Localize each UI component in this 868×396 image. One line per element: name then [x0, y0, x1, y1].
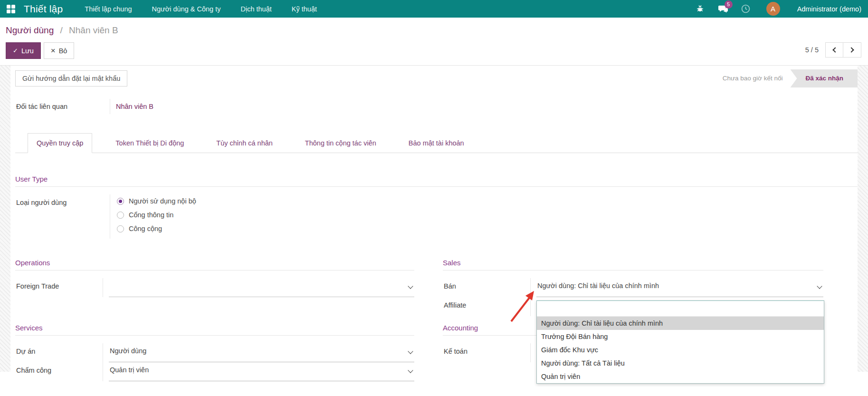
foreign-trade-row: Foreign Trade — [15, 278, 414, 297]
tab-preferences[interactable]: Tùy chỉnh cá nhân — [207, 133, 282, 153]
affiliate-label: Affiliate — [443, 297, 531, 316]
right-column: Sales Bán Người dùng: Chỉ tài liệu của c… — [443, 259, 823, 381]
sales-select-dropdown: Người dùng: Chỉ tài liệu của chính mình … — [536, 300, 824, 384]
tab-access-rights[interactable]: Quyền truy cập — [28, 133, 92, 153]
related-partner-label: Đối tác liên quan — [15, 99, 110, 114]
radio-portal[interactable]: Cổng thông tin — [117, 211, 196, 219]
send-password-reset-button[interactable]: Gửi hướng dẫn đặt lại mật khẩu — [15, 70, 127, 87]
foreign-trade-label: Foreign Trade — [15, 278, 103, 297]
debug-bug-icon[interactable] — [695, 4, 706, 14]
user-type-label: Loại người dùng — [15, 194, 110, 239]
chevron-down-icon — [408, 367, 413, 373]
foreign-trade-select[interactable] — [109, 278, 414, 297]
form-sheet: Gửi hướng dẫn đặt lại mật khẩu Chưa bao … — [10, 66, 858, 372]
user-type-field-row: Loại người dùng Người sử dụng nội bộ Cổn… — [15, 194, 858, 239]
messages-icon[interactable]: 5 — [718, 4, 728, 14]
user-avatar[interactable]: A — [766, 2, 780, 16]
notebook-tabs: Quyền truy cập Token Thiết bị Di động Tù… — [15, 133, 858, 153]
radio-public[interactable]: Công cộng — [117, 225, 196, 232]
dropdown-option-all-documents[interactable]: Người dùng: Tất cả Tài liệu — [537, 357, 824, 370]
menu-users-companies[interactable]: Người dùng & Công ty — [151, 1, 222, 17]
section-operations: Operations — [15, 259, 414, 267]
dropdown-option-regional-manager[interactable]: Giám đốc Khu vực — [537, 343, 824, 357]
app-title[interactable]: Thiết lập — [24, 3, 63, 15]
dropdown-option-team-leader[interactable]: Trưởng Đội Bán hàng — [537, 330, 824, 343]
top-navbar: Thiết lập Thiết lập chung Người dùng & C… — [0, 0, 868, 18]
chevron-down-icon — [408, 348, 413, 354]
tab-mobile-token[interactable]: Token Thiết bị Di động — [106, 133, 193, 153]
status-step-never-connected[interactable]: Chưa bao giờ kết nối — [715, 69, 791, 87]
section-sales: Sales — [443, 259, 823, 267]
pager-previous-button[interactable] — [825, 42, 843, 58]
check-icon: ✓ — [13, 47, 18, 54]
dropdown-option-own-documents[interactable]: Người dùng: Chỉ tài liệu của chính mình — [537, 317, 824, 330]
section-user-type: User Type — [15, 175, 858, 183]
radio-selected-icon — [117, 198, 124, 205]
timesheet-label: Chấm công — [15, 362, 103, 381]
save-button[interactable]: ✓ Lưu — [6, 42, 41, 59]
sales-select[interactable]: Người dùng: Chỉ tài liệu của chính mình — [536, 278, 823, 297]
status-step-confirmed[interactable]: Đã xác nhận — [790, 69, 858, 87]
menu-general-settings[interactable]: Thiết lập chung — [84, 1, 133, 17]
section-divider — [15, 335, 414, 336]
project-label: Dự án — [15, 343, 103, 362]
sheet-background: Gửi hướng dẫn đặt lại mật khẩu Chưa bao … — [0, 66, 868, 372]
user-menu[interactable]: Administrator (demo) — [797, 5, 861, 13]
section-divider — [443, 270, 823, 270]
related-partner-row: Đối tác liên quan Nhân viên B — [15, 99, 858, 114]
chevron-left-icon — [832, 47, 838, 52]
left-column: Operations Foreign Trade Services Dự án — [15, 259, 414, 381]
project-row: Dự án Người dùng — [15, 343, 414, 362]
project-select[interactable]: Người dùng — [109, 343, 414, 362]
breadcrumb: Người dùng / Nhân viên B — [6, 25, 860, 36]
chevron-down-icon — [408, 283, 413, 289]
discard-button[interactable]: × Bỏ — [44, 42, 75, 59]
radio-internal-user[interactable]: Người sử dụng nội bộ — [117, 197, 196, 205]
breadcrumb-users-link[interactable]: Người dùng — [6, 25, 54, 35]
activities-clock-icon[interactable] — [741, 4, 751, 14]
dropdown-option-administrator[interactable]: Quản trị viên — [537, 370, 824, 383]
pager-next-button[interactable] — [843, 42, 861, 58]
sales-row: Bán Người dùng: Chỉ tài liệu của chính m… — [443, 278, 823, 297]
pager: 5 / 5 — [805, 42, 861, 58]
radio-icon — [117, 225, 124, 232]
sales-label: Bán — [443, 278, 531, 297]
messages-count-badge: 5 — [725, 0, 733, 9]
timesheet-row: Chấm công Quản trị viên — [15, 362, 414, 381]
statusbar: Chưa bao giờ kết nối Đã xác nhận — [715, 69, 858, 87]
tab-collaborator-info[interactable]: Thông tin cộng tác viên — [296, 133, 385, 153]
apps-grid-icon[interactable] — [7, 5, 15, 13]
pager-count: 5 / 5 — [805, 46, 819, 54]
menu-translations[interactable]: Dịch thuật — [239, 1, 272, 17]
chevron-down-icon — [817, 283, 822, 289]
section-divider — [15, 270, 414, 270]
top-menu: Thiết lập chung Người dùng & Công ty Dịc… — [84, 1, 318, 17]
control-panel: Người dùng / Nhân viên B ✓ Lưu × Bỏ 5 / … — [0, 18, 868, 59]
dropdown-option-empty[interactable] — [537, 301, 824, 317]
breadcrumb-current: Nhân viên B — [69, 25, 118, 35]
section-divider — [15, 186, 858, 187]
tab-account-security[interactable]: Bảo mật tài khoản — [400, 133, 473, 153]
radio-icon — [117, 212, 124, 219]
section-services: Services — [15, 324, 414, 332]
timesheet-select[interactable]: Quản trị viên — [109, 362, 414, 381]
related-partner-value[interactable]: Nhân viên B — [110, 99, 153, 114]
breadcrumb-separator: / — [60, 25, 63, 35]
chevron-right-icon — [849, 47, 854, 52]
accounting-label: Kế toán — [443, 343, 531, 362]
menu-technical[interactable]: Kỹ thuật — [291, 1, 318, 17]
cross-icon: × — [51, 48, 56, 53]
